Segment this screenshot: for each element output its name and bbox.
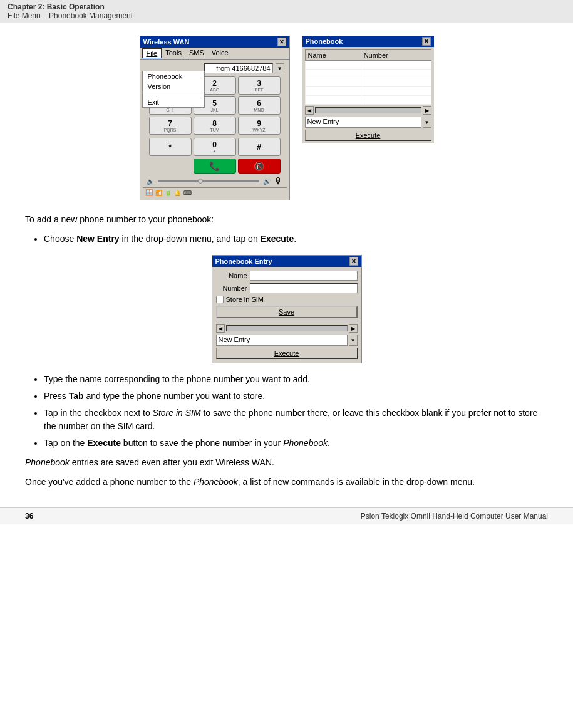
- bullet-list-1: Choose New Entry in the drop-down menu, …: [44, 232, 548, 246]
- phonebook-close-button[interactable]: ✕: [422, 37, 431, 46]
- bullet-execute-after: button to save the phone number in your: [121, 438, 283, 448]
- pb-scroll-track[interactable]: [226, 325, 348, 331]
- bullet-execute-end: .: [328, 438, 330, 448]
- phonebook-dropdown-arrow[interactable]: ▼: [423, 117, 431, 128]
- key-0[interactable]: 0+: [194, 138, 236, 156]
- bullet-1-text-after: in the drop-down menu, and tap on: [120, 234, 261, 244]
- bullet-type-name-text: Type the name corresponding to the phone…: [44, 374, 310, 384]
- section-title: File Menu – Phonebook Management: [8, 11, 565, 20]
- pb-save-button[interactable]: Save: [216, 306, 358, 318]
- bullet-execute-bold: Execute: [87, 438, 121, 448]
- bullet-execute: Tap on the Execute button to save the ph…: [44, 437, 548, 450]
- page-footer: 36 Psion Teklogix Omnii Hand-Held Comput…: [0, 507, 573, 524]
- taskbar-icon-2: 🔋: [165, 190, 172, 196]
- pb-scroll-right-button[interactable]: ▶: [349, 324, 358, 333]
- phone-number-field[interactable]: from 4166682784: [204, 63, 273, 73]
- scroll-right-button[interactable]: ▶: [423, 106, 431, 115]
- once-added-text: Once you've added a phone number to the …: [25, 476, 548, 489]
- volume-slider[interactable]: [158, 180, 259, 182]
- bullet-store-sim-before: Tap in the checkbox next to: [44, 408, 153, 418]
- phonebook-dropdown-row: New Entry ▼: [305, 117, 431, 128]
- pb-store-in-sim-checkbox[interactable]: [216, 296, 224, 303]
- phonebook-entry-select[interactable]: New Entry: [305, 117, 421, 128]
- menu-file[interactable]: File: [142, 48, 162, 58]
- pb-divider: [216, 321, 358, 321]
- file-menu-exit[interactable]: Exit: [143, 97, 204, 107]
- wireless-wan-body: Phonebook Version Exit from 4166682784 ▼…: [140, 60, 289, 200]
- keypad-special-row: * 0+ #: [143, 137, 287, 157]
- once-added-before: Once you've added a phone number to the: [25, 477, 194, 487]
- phonebook-italic: Phonebook: [25, 457, 70, 467]
- key-9[interactable]: 9WXYZ: [238, 117, 281, 135]
- key-3[interactable]: 3DEF: [238, 76, 281, 95]
- phonebook-col-number: Number: [361, 50, 431, 61]
- key-hash[interactable]: #: [238, 138, 281, 156]
- bullet-1-text-before: Choose: [44, 234, 76, 244]
- key-7[interactable]: 7PQRS: [149, 117, 192, 135]
- wireless-wan-menubar: File Tools SMS Voice: [140, 48, 289, 60]
- phone-taskbar: 🪟 📶 🔋 🔔 ⌨: [143, 187, 287, 197]
- pb-entry-close-button[interactable]: ✕: [349, 257, 358, 266]
- pb-entry-dropdown-row: New Entry ▼: [216, 335, 358, 346]
- pb-entry-execute-button[interactable]: Execute: [216, 348, 358, 359]
- bullet-press-tab-before: Press: [44, 391, 69, 401]
- phonebook-table: Name Number: [305, 49, 431, 105]
- volume-thumb: [198, 179, 203, 184]
- phonebook-execute-button[interactable]: Execute: [305, 130, 431, 141]
- pb-entry-body: Name Number Store in SIM Save: [212, 267, 361, 363]
- wireless-wan-close-button[interactable]: ✕: [277, 38, 286, 46]
- keypad-call-row: 📞 📵: [143, 157, 287, 175]
- pb-entry-titlebar: Phonebook Entry ✕: [212, 256, 361, 267]
- pb-save-label-rest: ave: [283, 308, 294, 316]
- file-menu-version[interactable]: Version: [143, 81, 204, 91]
- call-button[interactable]: 📞: [194, 159, 236, 174]
- bullet-list-2: Type the name corresponding to the phone…: [44, 373, 548, 450]
- bullet-store-sim-italic: Store in SIM: [153, 408, 201, 418]
- chapter-title: Chapter 2: Basic Operation: [8, 3, 565, 11]
- start-icon[interactable]: 🪟: [145, 189, 153, 196]
- bullet-type-name: Type the name corresponding to the phone…: [44, 373, 548, 386]
- wireless-wan-titlebar: Wireless WAN ✕: [140, 36, 289, 48]
- scroll-left-button[interactable]: ◀: [305, 106, 314, 115]
- pb-entry-number-row: Number: [216, 283, 358, 293]
- file-menu-separator: [143, 93, 204, 96]
- table-row: [305, 96, 431, 105]
- screenshots-row: Wireless WAN ✕ File Tools SMS Voice Phon…: [25, 36, 548, 200]
- once-added-phonebook-italic: Phonebook: [194, 477, 238, 487]
- end-call-button[interactable]: 📵: [238, 159, 281, 174]
- handset-icon[interactable]: 🎙: [274, 176, 283, 186]
- phonebook-titlebar: Phonebook ✕: [302, 36, 434, 47]
- key-star[interactable]: *: [149, 138, 192, 156]
- menu-voice[interactable]: Voice: [208, 48, 232, 58]
- pb-entry-title: Phonebook Entry: [215, 257, 272, 265]
- pb-scroll-left-button[interactable]: ◀: [216, 324, 225, 333]
- menu-tools[interactable]: Tools: [162, 48, 185, 58]
- screenshot2-container: Phonebook Entry ✕ Name Number Store in S…: [25, 255, 548, 363]
- bullet-1-execute: Execute: [261, 234, 294, 244]
- pb-entry-select[interactable]: New Entry: [216, 335, 348, 346]
- page-header: Chapter 2: Basic Operation File Menu – P…: [0, 0, 573, 23]
- scroll-track[interactable]: [315, 107, 421, 113]
- table-row: [305, 70, 431, 78]
- phonebook-col-name: Name: [305, 50, 361, 61]
- key-6[interactable]: 6MNO: [238, 96, 281, 115]
- file-menu-phonebook[interactable]: Phonebook: [143, 71, 204, 81]
- key-8[interactable]: 8TUV: [194, 117, 236, 135]
- phone-status-bar: 🔈 🔊 🎙: [143, 175, 287, 187]
- pb-entry-name-row: Name: [216, 271, 358, 281]
- bullet-execute-before: Tap on the: [44, 438, 87, 448]
- table-row: [305, 87, 431, 96]
- bullet-1-new-entry: New Entry: [76, 234, 119, 244]
- pb-entry-number-label: Number: [216, 284, 247, 292]
- volume-high-icon: 🔊: [263, 178, 271, 185]
- phone-dropdown-button[interactable]: ▼: [276, 63, 284, 73]
- taskbar-icon-3: 🔔: [174, 190, 181, 196]
- pb-entry-name-input[interactable]: [250, 271, 358, 281]
- pb-entry-number-input[interactable]: [250, 283, 358, 293]
- taskbar-icon-4: ⌨: [183, 190, 192, 196]
- pb-execute-label: Execute: [274, 350, 299, 357]
- volume-low-icon: 🔈: [147, 178, 154, 185]
- menu-sms[interactable]: SMS: [185, 48, 208, 58]
- footer-title: Psion Teklogix Omnii Hand-Held Computer …: [361, 512, 548, 521]
- pb-entry-dropdown-arrow[interactable]: ▼: [349, 335, 358, 346]
